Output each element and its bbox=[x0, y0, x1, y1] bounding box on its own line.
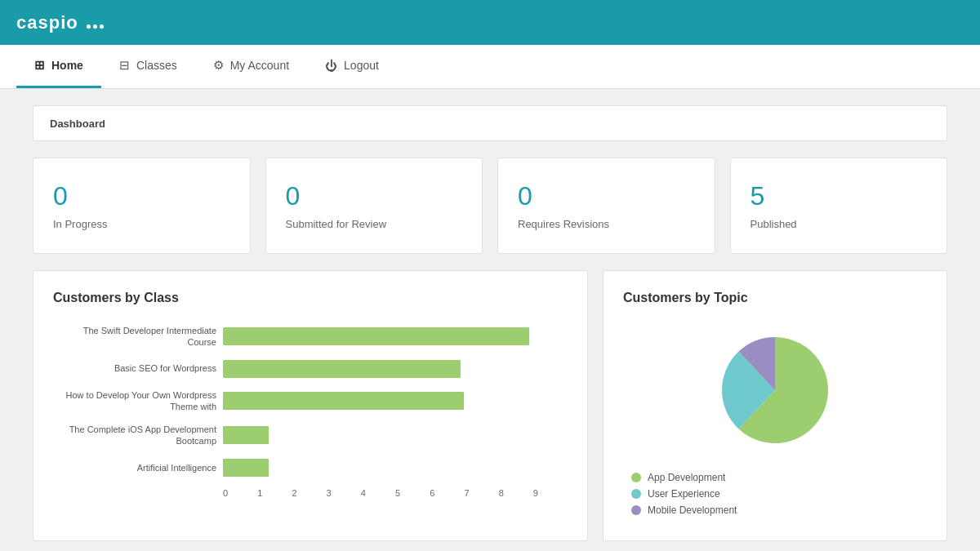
header: caspio bbox=[0, 0, 980, 45]
stats-row: 0 In Progress 0 Submitted for Review 0 R… bbox=[33, 158, 947, 254]
bar-fill bbox=[223, 459, 269, 477]
stat-submitted-label: Submitted for Review bbox=[286, 218, 463, 230]
bar-label: How to Develop Your Own Wordpress Theme … bbox=[53, 389, 216, 413]
bar-chart: The Swift Developer Intermediate CourseB… bbox=[53, 325, 568, 498]
legend-label: User Experience bbox=[648, 488, 720, 500]
bar-label: Basic SEO for Wordpress bbox=[53, 362, 216, 374]
legend-dot bbox=[631, 489, 641, 499]
bar-row: Artificial Intelligence bbox=[53, 459, 568, 477]
legend-item: App Development bbox=[631, 472, 927, 483]
legend-dot bbox=[631, 505, 641, 515]
tab-my-account-label: My Account bbox=[230, 59, 289, 72]
x-tick: 9 bbox=[533, 488, 568, 498]
power-icon: ⏻ bbox=[325, 59, 337, 73]
gear-icon: ⚙ bbox=[213, 58, 224, 73]
stat-published-value: 5 bbox=[751, 181, 928, 211]
stat-in-progress-label: In Progress bbox=[53, 218, 230, 230]
pie-chart-title: Customers by Topic bbox=[623, 291, 927, 305]
nav-tabs: ⊞ Home ⊟ Classes ⚙ My Account ⏻ Logout bbox=[0, 45, 980, 88]
x-axis: 0123456789 bbox=[223, 488, 568, 498]
main-content: Dashboard 0 In Progress 0 Submitted for … bbox=[16, 89, 964, 551]
bar-track bbox=[223, 426, 568, 444]
x-tick: 4 bbox=[361, 488, 395, 498]
x-tick: 3 bbox=[327, 488, 361, 498]
stat-revisions-value: 0 bbox=[518, 181, 695, 211]
tab-logout-label: Logout bbox=[344, 59, 379, 72]
x-tick: 6 bbox=[430, 488, 464, 498]
home-icon: ⊞ bbox=[34, 58, 45, 73]
bar-chart-title: Customers by Class bbox=[53, 291, 568, 305]
bar-label: Artificial Intelligence bbox=[53, 462, 216, 473]
bar-fill bbox=[223, 360, 461, 378]
logo-dots bbox=[87, 24, 104, 29]
legend-label: Mobile Development bbox=[648, 504, 737, 516]
x-tick: 7 bbox=[464, 488, 498, 498]
bar-label: The Swift Developer Intermediate Course bbox=[53, 325, 216, 349]
stat-in-progress: 0 In Progress bbox=[33, 158, 251, 254]
bar-track bbox=[223, 459, 568, 477]
bar-row: The Complete iOS App Development Bootcam… bbox=[53, 424, 568, 447]
tab-home[interactable]: ⊞ Home bbox=[16, 45, 101, 88]
x-tick: 8 bbox=[499, 488, 533, 498]
bar-fill bbox=[223, 426, 269, 444]
x-tick: 5 bbox=[395, 488, 430, 498]
logo: caspio bbox=[16, 12, 104, 33]
stat-revisions: 0 Requires Revisions bbox=[497, 158, 715, 254]
tab-classes[interactable]: ⊟ Classes bbox=[101, 45, 195, 88]
tab-my-account[interactable]: ⚙ My Account bbox=[195, 45, 307, 88]
tab-home-label: Home bbox=[51, 59, 83, 72]
stat-published: 5 Published bbox=[730, 158, 948, 254]
stat-published-label: Published bbox=[751, 218, 928, 230]
x-tick: 1 bbox=[257, 488, 292, 498]
bar-track bbox=[223, 392, 568, 410]
customers-by-class-card: Customers by Class The Swift Developer I… bbox=[33, 270, 588, 541]
breadcrumb: Dashboard bbox=[33, 105, 947, 141]
legend-dot bbox=[631, 473, 641, 482]
bar-row: How to Develop Your Own Wordpress Theme … bbox=[53, 389, 568, 413]
tab-classes-label: Classes bbox=[136, 59, 177, 72]
bar-fill bbox=[223, 392, 464, 410]
charts-row: Customers by Class The Swift Developer I… bbox=[33, 270, 947, 541]
x-tick: 2 bbox=[292, 488, 326, 498]
pie-legend: App DevelopmentUser ExperienceMobile Dev… bbox=[623, 472, 927, 521]
bar-row: Basic SEO for Wordpress bbox=[53, 360, 568, 378]
bar-row: The Swift Developer Intermediate Course bbox=[53, 325, 568, 349]
legend-item: Mobile Development bbox=[631, 504, 927, 516]
bar-label: The Complete iOS App Development Bootcam… bbox=[53, 424, 216, 447]
bar-fill bbox=[223, 327, 529, 345]
nav-container: ⊞ Home ⊟ Classes ⚙ My Account ⏻ Logout bbox=[0, 45, 980, 89]
logo-text: caspio bbox=[16, 12, 78, 33]
stat-submitted: 0 Submitted for Review bbox=[265, 158, 483, 254]
customers-by-topic-card: Customers by Topic App DevelopmentUser E… bbox=[603, 270, 947, 541]
x-tick: 0 bbox=[223, 488, 257, 498]
legend-label: App Development bbox=[648, 472, 725, 483]
breadcrumb-text: Dashboard bbox=[50, 118, 105, 130]
stat-in-progress-value: 0 bbox=[53, 181, 230, 211]
bar-track bbox=[223, 360, 568, 378]
tab-logout[interactable]: ⏻ Logout bbox=[307, 45, 397, 88]
stat-submitted-value: 0 bbox=[286, 181, 463, 211]
pie-container: App DevelopmentUser ExperienceMobile Dev… bbox=[623, 325, 927, 521]
classes-icon: ⊟ bbox=[119, 58, 130, 73]
pie-chart-svg bbox=[710, 325, 840, 455]
bar-track bbox=[223, 327, 568, 345]
legend-item: User Experience bbox=[631, 488, 927, 500]
stat-revisions-label: Requires Revisions bbox=[518, 218, 695, 230]
